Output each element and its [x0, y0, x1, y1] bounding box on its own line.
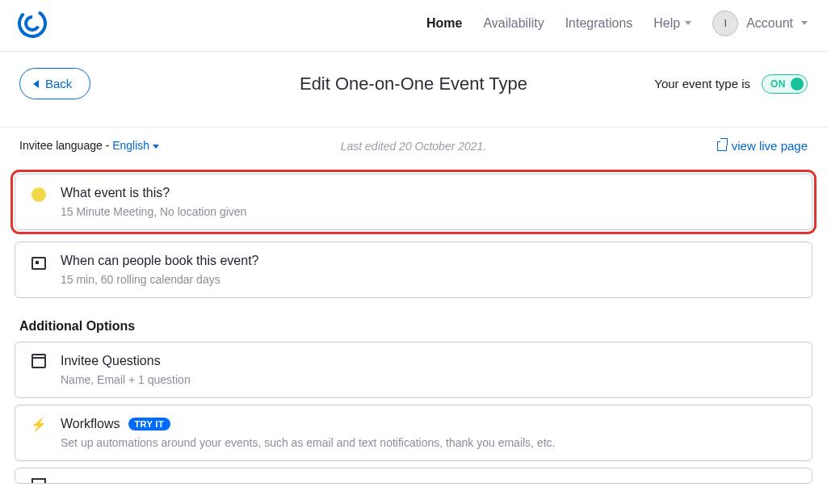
invitee-language: Invitee language - English — [19, 139, 159, 152]
chevron-down-icon — [801, 21, 808, 25]
nav-integrations[interactable]: Integrations — [565, 16, 633, 31]
card-subtitle: 15 min, 60 rolling calendar days — [61, 273, 797, 286]
card-subtitle: Name, Email + 1 question — [61, 373, 797, 386]
nav-account[interactable]: I Account — [712, 10, 808, 36]
invitee-language-label: Invitee language - — [19, 139, 112, 152]
event-status-label: Your event type is — [654, 77, 750, 90]
card-subtitle: 15 Minute Meeting, No location given — [61, 205, 797, 218]
back-label: Back — [45, 77, 72, 90]
cards-area: What event is this? 15 Minute Meeting, N… — [0, 153, 827, 484]
event-status-toggle[interactable]: ON — [762, 74, 808, 94]
external-link-icon — [717, 141, 727, 151]
nav-availability[interactable]: Availability — [483, 16, 544, 31]
top-nav: Home Availability Integrations Help I Ac… — [0, 0, 827, 52]
card-subtitle: Set up automations around your events, s… — [61, 436, 797, 449]
meta-row: Invitee language - English Last edited 2… — [0, 128, 827, 153]
card-title: When can people book this event? — [61, 254, 797, 268]
card-title: What event is this? — [61, 186, 797, 200]
card-invitee-questions[interactable]: Invitee Questions Name, Email + 1 questi… — [15, 342, 812, 398]
card-title: Workflows — [61, 417, 120, 431]
nav-account-label: Account — [746, 16, 793, 31]
mail-icon — [31, 478, 46, 484]
toggle-on-label: ON — [770, 78, 786, 90]
nav-home[interactable]: Home — [426, 16, 462, 31]
nav-help[interactable]: Help — [653, 16, 691, 31]
chevron-down-icon — [685, 21, 691, 25]
calendar-icon — [31, 257, 46, 270]
card-what-event[interactable]: What event is this? 15 Minute Meeting, N… — [15, 174, 812, 230]
view-live-link[interactable]: view live page — [717, 139, 808, 153]
title-bar: Back Edit One-on-One Event Type Your eve… — [0, 52, 827, 128]
avatar: I — [712, 10, 738, 36]
card-partial[interactable] — [15, 468, 812, 484]
bolt-icon: ⚡ — [31, 418, 47, 431]
back-button[interactable]: Back — [19, 68, 90, 99]
nav-help-label: Help — [653, 16, 680, 31]
chevron-left-icon — [33, 80, 39, 88]
view-live-label: view live page — [732, 139, 808, 153]
toggle-dot-icon — [791, 78, 804, 90]
svg-point-1 — [23, 14, 42, 32]
card-when-book[interactable]: When can people book this event? 15 min,… — [15, 242, 812, 298]
invitee-language-select[interactable]: English — [112, 139, 159, 152]
additional-options-label: Additional Options — [19, 319, 812, 334]
calendly-logo[interactable] — [16, 7, 48, 40]
try-it-badge: TRY IT — [128, 418, 171, 430]
card-title: Invitee Questions — [61, 354, 797, 368]
form-icon — [31, 357, 46, 368]
card-workflows[interactable]: ⚡ Workflows TRY IT Set up automations ar… — [15, 405, 812, 461]
chevron-down-icon — [153, 145, 159, 149]
color-dot-icon — [31, 187, 46, 202]
svg-point-0 — [16, 7, 48, 40]
